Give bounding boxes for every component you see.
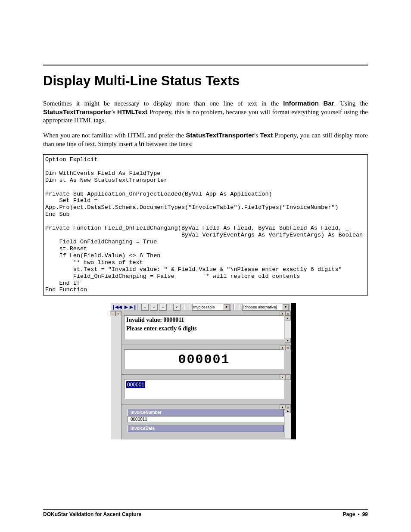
nav-next-button[interactable]: ▶ (124, 305, 129, 309)
nav-first-button[interactable]: ❙◀ (112, 305, 117, 309)
input-pane: ▴ × 000001 (121, 375, 291, 404)
code-block: Option Explicit Dim WithEvents Field As … (43, 154, 368, 296)
figure-right-border (291, 303, 296, 439)
page-footer: DOKuStar Validation for Ascent Capture P… (43, 509, 368, 517)
dropdown-icon: ▼ (224, 304, 230, 310)
toolbar-separator (183, 304, 185, 310)
fields-pane: ▴ × InvoiceNumber 0000011 InvoiceDate ▲ (121, 404, 291, 439)
alternative-combo[interactable]: [choose alternative] ▼ (242, 304, 290, 311)
image-number-preview: 000001 (125, 350, 283, 368)
paragraph-1: Sometimes it might be necessary to displ… (43, 99, 368, 125)
toolbar-btn-check[interactable]: ✔ (173, 304, 181, 311)
text: 's (255, 132, 260, 139)
toolbar-btn-3[interactable]: ≡ (159, 304, 167, 311)
left-stub: ▫ × (111, 311, 121, 439)
embedded-figure: ❙◀ ◀ ▶ ▶❙ ≡ ≡ ≡ ✔ InvoiceTable ▼ (111, 303, 291, 439)
text: 's (112, 109, 117, 115)
nav-prev-button[interactable]: ◀ (118, 305, 123, 309)
scroll-up-icon[interactable]: ▲ (285, 408, 291, 413)
toolbar-btn-2[interactable]: ≡ (150, 304, 158, 311)
text: When you are not familiar with HTML and … (43, 132, 186, 139)
mini-btn-close[interactable]: × (115, 311, 121, 316)
pane-close-button[interactable]: × (285, 345, 291, 350)
scrollbar[interactable]: ▲ ▼ (285, 315, 291, 343)
image-preview-pane: ▴ × 000001 (121, 345, 291, 375)
status-line-2: Please enter exactly 6 digits (125, 324, 283, 333)
pane-close-button[interactable]: × (285, 375, 291, 380)
toolbar-separator (233, 304, 235, 310)
scroll-up-icon[interactable]: ▲ (285, 315, 291, 320)
footer-left: DOKuStar Validation for Ascent Capture (43, 511, 141, 517)
scrollbar[interactable]: ▲ (285, 408, 291, 438)
bold-status-text-transporter: StatusTextTransporter (43, 108, 112, 115)
bold-newline-escape: \n (139, 140, 144, 147)
field-header-invoicenumber[interactable]: InvoiceNumber (128, 409, 284, 416)
doctype-combo[interactable]: InvoiceTable ▼ (192, 304, 231, 311)
field-value-invoicenumber[interactable]: 0000011 (128, 416, 284, 422)
paragraph-2: When you are not familiar with HTML and … (43, 131, 368, 148)
mini-btn[interactable]: ▫ (110, 311, 115, 316)
scroll-down-icon[interactable]: ▼ (285, 338, 291, 343)
toolbar: ❙◀ ◀ ▶ ▶❙ ≡ ≡ ≡ ✔ InvoiceTable ▼ (111, 303, 291, 311)
text: . Using the (334, 100, 368, 107)
bold-text-prop: Text (260, 131, 273, 139)
information-bar-pane: ▴ × Invalid value: 0000011 Please enter … (121, 311, 291, 345)
bold-info-bar: Information Bar (283, 100, 334, 107)
toolbar-separator (137, 304, 139, 310)
bold-htmltext: HTMLText (117, 108, 147, 115)
toolbar-separator (188, 304, 190, 310)
alternative-combo-value: [choose alternative] (243, 305, 277, 309)
toolbar-separator (238, 304, 240, 310)
doctype-combo-value: InvoiceTable (193, 305, 215, 309)
toolbar-btn-1[interactable]: ≡ (141, 304, 149, 311)
text: between the lines: (144, 140, 193, 147)
bold-status-text-transporter: StatusTextTransporter (186, 131, 255, 139)
status-line-1: Invalid value: 0000011 (125, 316, 283, 324)
toolbar-separator (169, 304, 171, 310)
nav-last-button[interactable]: ▶❙ (130, 305, 135, 309)
field-header-invoicedate[interactable]: InvoiceDate (128, 425, 284, 432)
dropdown-icon: ▼ (283, 304, 289, 310)
selected-value-input[interactable]: 000001 (126, 381, 145, 388)
page-heading: Display Multi-Line Status Texts (43, 73, 368, 89)
text: Sometimes it might be necessary to displ… (43, 100, 283, 107)
footer-right: Page•99 (343, 511, 368, 517)
